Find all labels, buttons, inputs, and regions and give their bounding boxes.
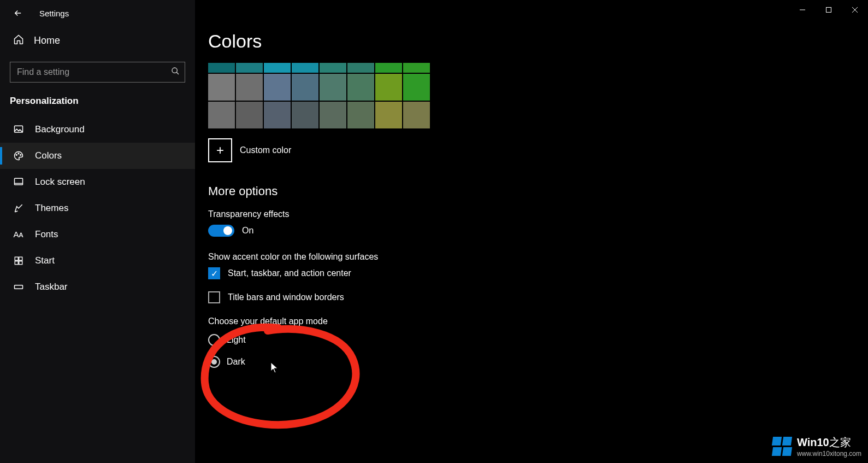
home-icon bbox=[13, 34, 24, 48]
color-swatch[interactable] bbox=[236, 74, 263, 101]
color-swatch[interactable] bbox=[292, 102, 318, 128]
color-swatch[interactable] bbox=[320, 102, 346, 128]
color-swatch[interactable] bbox=[347, 63, 374, 73]
svg-rect-11 bbox=[826, 8, 831, 13]
fonts-icon: Aᴀ bbox=[13, 230, 24, 239]
search-input[interactable] bbox=[10, 62, 185, 83]
svg-point-3 bbox=[18, 153, 19, 154]
color-swatch[interactable] bbox=[320, 74, 346, 101]
sidebar-item-label: Taskbar bbox=[35, 282, 68, 292]
sidebar-item-label: Lock screen bbox=[35, 177, 85, 187]
transparency-toggle-row: On bbox=[208, 225, 855, 237]
custom-color-button[interactable]: + Custom color bbox=[208, 138, 855, 162]
themes-icon bbox=[13, 203, 24, 214]
transparency-label: Transparency effects bbox=[208, 209, 855, 219]
sidebar-item-label: Fonts bbox=[35, 229, 58, 240]
windows-logo-icon bbox=[772, 437, 792, 456]
color-swatch[interactable] bbox=[347, 102, 374, 128]
picture-icon bbox=[13, 124, 24, 135]
color-swatch[interactable] bbox=[264, 63, 291, 73]
checkbox-label: Start, taskbar, and action center bbox=[228, 268, 351, 278]
titlebar: Settings bbox=[0, 0, 195, 26]
minimize-button[interactable] bbox=[789, 0, 816, 20]
color-swatch-grid bbox=[208, 63, 431, 128]
page-title: Colors bbox=[208, 31, 855, 52]
color-swatch[interactable] bbox=[292, 74, 318, 101]
category-heading: Personalization bbox=[0, 92, 195, 116]
app-title: Settings bbox=[39, 9, 69, 18]
nav-home-label: Home bbox=[34, 35, 60, 46]
taskbar-icon bbox=[13, 282, 24, 292]
checkbox-label: Title bars and window borders bbox=[228, 292, 344, 302]
radio-label: Dark bbox=[227, 357, 245, 367]
color-swatch[interactable] bbox=[375, 74, 402, 101]
custom-color-label: Custom color bbox=[240, 145, 291, 155]
radio-dark[interactable]: Dark bbox=[208, 356, 855, 368]
color-swatch[interactable] bbox=[403, 102, 430, 128]
transparency-status: On bbox=[242, 226, 253, 236]
radio-icon bbox=[208, 334, 220, 346]
radio-light[interactable]: Light bbox=[208, 334, 855, 346]
radio-icon bbox=[208, 356, 220, 368]
window-controls bbox=[789, 0, 868, 20]
sidebar-item-colors[interactable]: Colors bbox=[0, 143, 195, 169]
watermark-text: Win10之家 www.win10xitong.com bbox=[797, 435, 861, 458]
color-swatch[interactable] bbox=[375, 102, 402, 128]
close-button[interactable] bbox=[842, 0, 868, 20]
search-wrap bbox=[10, 62, 185, 83]
color-swatch[interactable] bbox=[403, 74, 430, 101]
color-swatch[interactable] bbox=[264, 74, 291, 101]
svg-rect-7 bbox=[19, 257, 22, 260]
section-heading-more-options: More options bbox=[208, 184, 855, 198]
transparency-toggle[interactable] bbox=[208, 225, 234, 237]
color-swatch[interactable] bbox=[264, 102, 291, 128]
color-swatch[interactable] bbox=[403, 63, 430, 73]
color-swatch[interactable] bbox=[208, 63, 235, 73]
sidebar-item-themes[interactable]: Themes bbox=[0, 195, 195, 221]
sidebar-item-fonts[interactable]: Aᴀ Fonts bbox=[0, 221, 195, 248]
color-swatch[interactable] bbox=[292, 63, 318, 73]
color-swatch[interactable] bbox=[236, 102, 263, 128]
svg-point-4 bbox=[20, 155, 21, 156]
checkbox-icon bbox=[208, 291, 220, 303]
color-swatch[interactable] bbox=[320, 63, 346, 73]
accent-surfaces-label: Show accent color on the following surfa… bbox=[208, 252, 855, 262]
sidebar-item-background[interactable]: Background bbox=[0, 116, 195, 143]
main-content: Colors + Custom color More options Trans… bbox=[195, 0, 868, 463]
palette-icon bbox=[13, 150, 24, 161]
svg-rect-9 bbox=[19, 261, 22, 265]
back-button[interactable] bbox=[10, 5, 26, 21]
color-swatch[interactable] bbox=[375, 63, 402, 73]
radio-label: Light bbox=[227, 335, 246, 345]
nav-list: Background Colors Lock screen Themes Aᴀ … bbox=[0, 116, 195, 300]
sidebar-item-label: Background bbox=[35, 124, 85, 135]
sidebar-item-label: Colors bbox=[35, 150, 62, 161]
maximize-button[interactable] bbox=[816, 0, 842, 20]
checkbox-icon: ✓ bbox=[208, 267, 220, 279]
svg-rect-6 bbox=[15, 257, 18, 260]
watermark: Win10之家 www.win10xitong.com bbox=[772, 435, 861, 458]
start-icon bbox=[13, 256, 24, 266]
sidebar-item-taskbar[interactable]: Taskbar bbox=[0, 274, 195, 300]
arrow-left-icon bbox=[13, 8, 23, 18]
sidebar-item-label: Themes bbox=[35, 203, 68, 214]
color-swatch[interactable] bbox=[236, 63, 263, 73]
sidebar-item-label: Start bbox=[35, 255, 55, 266]
sidebar-item-start[interactable]: Start bbox=[0, 248, 195, 274]
nav-home[interactable]: Home bbox=[0, 26, 195, 55]
svg-rect-8 bbox=[15, 261, 18, 265]
sidebar: Settings Home Personalization Background… bbox=[0, 0, 195, 463]
svg-point-2 bbox=[16, 155, 17, 156]
checkbox-start-taskbar[interactable]: ✓ Start, taskbar, and action center bbox=[208, 267, 855, 279]
color-swatch[interactable] bbox=[208, 102, 235, 128]
sidebar-item-lock-screen[interactable]: Lock screen bbox=[0, 169, 195, 195]
color-swatch[interactable] bbox=[347, 74, 374, 101]
lock-screen-icon bbox=[13, 177, 24, 187]
search-icon bbox=[171, 67, 180, 78]
app-mode-label: Choose your default app mode bbox=[208, 317, 855, 326]
checkbox-title-bars[interactable]: Title bars and window borders bbox=[208, 291, 855, 303]
color-swatch[interactable] bbox=[208, 74, 235, 101]
svg-rect-10 bbox=[15, 285, 23, 289]
svg-point-0 bbox=[172, 68, 177, 73]
plus-icon: + bbox=[208, 138, 232, 162]
